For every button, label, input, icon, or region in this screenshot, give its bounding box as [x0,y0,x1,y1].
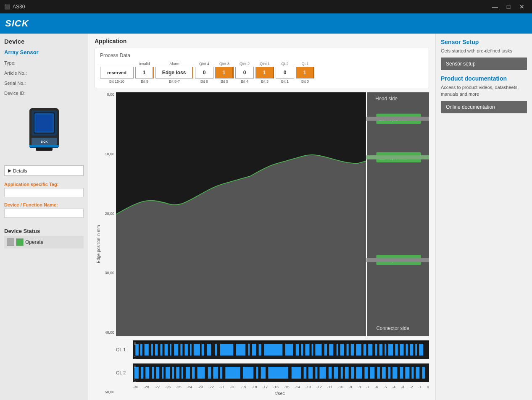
svg-rect-45 [236,344,245,356]
svg-rect-110 [364,367,368,379]
maximize-button[interactable]: □ [503,2,514,12]
svg-rect-32 [155,344,158,356]
qint1-group: Qint 1 1 Bit 3 [255,62,274,84]
device-image: SICK [19,104,69,159]
serial-field: Serial No.: [4,81,84,86]
bits-row: reserved Bit 15-10 invalid 1 Bit 9 Alarm… [100,62,424,84]
svg-rect-58 [337,344,338,356]
svg-rect-112 [377,367,380,379]
func-name-input[interactable] [4,209,84,218]
svg-rect-93 [220,367,222,379]
svg-rect-115 [392,367,397,379]
svg-rect-103 [319,367,326,379]
alarm-group: Qint 4 0 Bit 6 [195,62,213,84]
svg-rect-52 [301,344,303,356]
alarm-cell: 0 [195,67,213,78]
svg-rect-63 [363,344,366,356]
svg-rect-96 [256,367,258,379]
svg-rect-59 [340,344,344,356]
svg-rect-38 [184,344,188,356]
svg-rect-70 [400,344,404,356]
svg-rect-29 [140,344,142,356]
device-id-field: Device ID: [4,91,84,96]
device-status-title: Device Status [4,228,84,234]
svg-rect-10 [366,92,429,336]
svg-rect-94 [225,367,240,379]
svg-rect-34 [165,344,168,356]
y-axis-label: Edge position in mm [95,92,101,396]
svg-rect-82 [156,367,159,379]
svg-rect-23 [366,117,429,121]
right-panel: Sensor Setup Gets started with pre-defin… [435,34,532,400]
ql2-group: QL2 0 Bit 1 [276,62,294,84]
svg-rect-48 [259,344,261,356]
svg-rect-24 [366,155,429,159]
status-block-gray [7,238,14,246]
svg-rect-50 [285,344,293,356]
svg-rect-42 [207,344,211,356]
svg-rect-36 [174,344,178,356]
qint3-group: Qint 3 1 Bit 5 [215,62,234,84]
process-data-section: Process Data reserved Bit 15-10 invalid … [95,48,429,88]
svg-rect-46 [248,344,250,356]
svg-rect-111 [370,367,374,379]
svg-rect-66 [379,344,383,356]
x-axis-label: t/sec [131,391,429,396]
svg-rect-102 [315,367,317,379]
title-bar: ⬛ AS30 — □ ✕ [0,0,532,13]
svg-rect-53 [305,344,309,356]
svg-rect-8 [36,147,53,151]
svg-rect-61 [351,344,354,356]
svg-rect-74 [419,344,423,356]
svg-text:0: 0 [134,364,137,368]
svg-text:Head side: Head side [375,96,398,102]
reserved-group: reserved Bit 15-10 [100,62,134,84]
app-tag-input[interactable] [4,188,84,197]
svg-rect-113 [382,367,386,379]
svg-rect-120 [422,367,425,379]
title-bar-text: AS30 [13,4,25,10]
product-doc-title: Product documentation [441,75,527,82]
svg-rect-64 [368,344,372,356]
svg-rect-73 [415,344,417,356]
svg-rect-100 [304,367,306,379]
func-name-section: Device / Function Name: [4,202,84,218]
svg-rect-60 [347,344,349,356]
svg-rect-68 [388,344,393,356]
sensor-setup-section: Sensor Setup Gets started with pre-defin… [441,39,527,70]
svg-rect-104 [329,367,332,379]
svg-rect-40 [194,344,200,356]
close-button[interactable]: ✕ [516,2,528,12]
svg-rect-56 [324,344,327,356]
top-bar: SICK [0,13,532,34]
app-tag-section: Application specific Tag: [4,182,84,197]
svg-rect-105 [334,367,338,379]
ql1-row-label: QL 1 [116,347,131,352]
sensor-setup-button[interactable]: Sensor setup [441,58,527,70]
svg-rect-37 [180,344,182,356]
svg-rect-117 [405,367,409,379]
svg-rect-81 [152,367,154,379]
invalid-group: invalid 1 Bit 9 [135,62,154,84]
sick-logo: SICK [5,18,29,29]
svg-rect-84 [166,367,170,379]
product-doc-desc: Access to product videos, datasheets, ma… [441,84,527,97]
online-doc-button[interactable]: Online documentation [441,101,527,113]
ql1-row: QL 1 [116,338,429,361]
svg-rect-65 [375,344,377,356]
svg-rect-41 [202,344,204,356]
svg-rect-51 [296,344,299,356]
title-bar-icon: ⬛ [4,4,10,10]
svg-rect-55 [315,344,321,356]
device-status-section: Device Status Operate [4,225,84,248]
svg-text:Connector side: Connector side [376,325,409,332]
details-button[interactable]: ▶ Details [4,165,84,176]
svg-rect-71 [406,344,408,356]
svg-rect-80 [145,367,149,379]
minimize-button[interactable]: — [489,2,501,12]
svg-rect-91 [208,367,211,379]
svg-rect-72 [410,344,413,356]
sensor-setup-desc: Gets started with pre-defined tasks [441,48,527,54]
svg-rect-28 [135,344,139,356]
chart-area: Edge position in mm 50,00 40,00 30,00 20… [95,92,429,396]
